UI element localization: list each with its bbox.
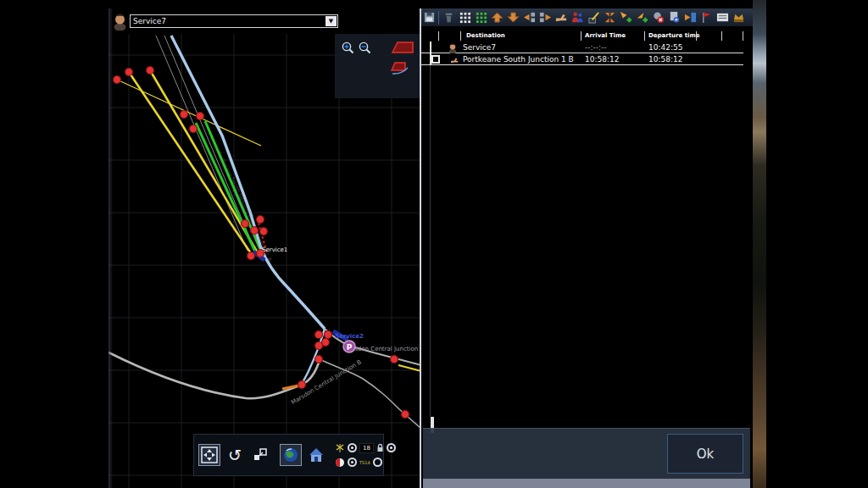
row-selection-bar <box>430 42 431 65</box>
grid-white-icon[interactable] <box>458 11 471 25</box>
globe-view-button[interactable] <box>280 444 302 466</box>
col-destination: Destination <box>466 32 505 39</box>
table-row[interactable]: Service7 --:--:-- 10:42:55 <box>421 42 743 53</box>
pan-tool-button[interactable] <box>198 444 220 466</box>
add-waypoint-icon[interactable] <box>619 11 632 25</box>
zoom-extents-button[interactable] <box>249 444 271 466</box>
world-scene-strip <box>753 0 766 488</box>
row-departure: 10:42:55 <box>648 43 682 52</box>
toolbar-separator <box>438 11 439 25</box>
red-gradient-tool-small-icon[interactable] <box>390 61 410 76</box>
save-icon[interactable] <box>422 11 436 25</box>
grid-green-icon[interactable] <box>474 11 487 25</box>
rotate-tool-button[interactable]: ↺ <box>224 444 246 466</box>
row-destination: Portkeane South Junction 1 B <box>463 55 574 64</box>
driver-avatar-icon <box>113 12 127 30</box>
row-arrival: 10:58:12 <box>585 55 619 64</box>
ts14-toggle[interactable] <box>373 458 382 467</box>
zoom-in-icon[interactable] <box>342 42 354 54</box>
red-gradient-tool-icon[interactable] <box>391 41 415 54</box>
crown-icon[interactable] <box>732 11 745 25</box>
add-waypoint-alt-icon[interactable] <box>635 11 648 25</box>
pointing-hand-icon[interactable] <box>554 11 568 25</box>
home-view-button[interactable] <box>305 444 327 466</box>
driver-avatar-icon <box>448 42 458 53</box>
svg-text:P: P <box>347 343 353 352</box>
ts14-icon: TS14 <box>359 460 370 465</box>
gear-page-icon[interactable] <box>667 11 681 25</box>
portal-badge[interactable]: P <box>343 341 355 352</box>
timetable-toolbar <box>421 8 753 26</box>
pointing-hand-icon <box>449 56 460 64</box>
lock-icon <box>376 443 384 452</box>
panel-bottom-edge <box>423 479 750 488</box>
globe-icon <box>282 446 299 463</box>
table-header: Destination Arrival Time Departure time <box>421 31 743 41</box>
timetable-panel: Destination Arrival Time Departure time … <box>421 8 753 488</box>
row-checkbox[interactable] <box>431 55 440 64</box>
chevron-down-icon[interactable]: ▼ <box>326 16 337 26</box>
table-row[interactable]: Portkeane South Junction 1 B 10:58:12 10… <box>421 53 743 65</box>
signal-icon <box>335 443 345 453</box>
rotate-icon: ↺ <box>228 447 242 463</box>
service2-label: Service2 <box>335 333 364 340</box>
row-destination: Service7 <box>463 43 496 52</box>
marker-toggle[interactable] <box>348 458 357 467</box>
lock-toggle[interactable] <box>387 443 396 452</box>
pan-icon <box>201 446 218 463</box>
portal-arrow-icon[interactable] <box>683 11 697 25</box>
service-selector[interactable]: Service7 ▼ <box>130 14 338 28</box>
flag-icon[interactable] <box>699 11 713 25</box>
service1-label: Service1 <box>262 247 287 253</box>
map-topbar: Service7 ▼ <box>108 8 421 34</box>
map-display-options: 18 TS14 <box>331 440 399 470</box>
panel-list-icon[interactable] <box>715 11 729 25</box>
ok-button[interactable]: Ok <box>667 434 743 474</box>
service-selector-value: Service7 <box>131 17 326 25</box>
home-icon <box>308 446 325 463</box>
signal-toggle[interactable] <box>348 443 357 452</box>
ink-pen-icon[interactable] <box>587 11 600 25</box>
orange-cross-icon[interactable] <box>603 11 616 25</box>
insert-right-icon[interactable] <box>522 11 536 25</box>
map-panel: Portkeane South Junction 1 Portkeane Sou… <box>108 8 421 488</box>
zoom-out-icon[interactable] <box>359 42 371 54</box>
dialog-bottom-bar: Ok <box>423 428 750 479</box>
move-down-icon[interactable] <box>506 11 520 25</box>
map-toolbar: ↺ <box>193 434 384 476</box>
map-zoom-overlay <box>335 34 421 98</box>
row-arrival: --:--:-- <box>585 43 607 52</box>
layer-counter[interactable]: 18 <box>359 443 374 453</box>
delete-icon[interactable] <box>442 11 455 25</box>
zoom-extents-icon <box>253 447 268 463</box>
app-screen: Portkeane South Junction 1 Portkeane Sou… <box>0 0 868 488</box>
passengers-icon[interactable] <box>570 11 584 25</box>
col-arrival: Arrival Time <box>585 32 626 39</box>
marker-icon <box>335 458 345 468</box>
scrollbar-track <box>430 65 431 417</box>
row-departure: 10:58:12 <box>648 55 682 64</box>
remove-badge-icon[interactable] <box>651 11 665 25</box>
insert-left-icon[interactable] <box>538 11 552 25</box>
move-up-icon[interactable] <box>490 11 504 25</box>
map-left-edge <box>108 8 113 488</box>
col-departure: Departure time <box>648 32 700 39</box>
